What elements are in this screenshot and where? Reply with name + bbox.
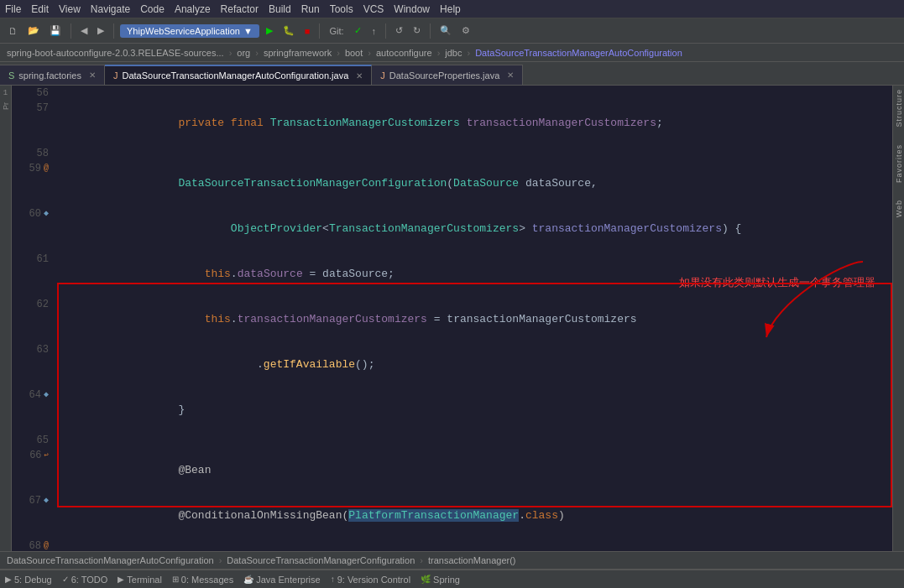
web-label[interactable]: Web (895, 200, 903, 217)
line-gutter-57: 57 (12, 101, 55, 116)
bc-sep6: › (468, 48, 471, 58)
git-check-btn[interactable]: ✓ (351, 23, 365, 38)
code-line-67: 67 ◆ @ConditionalOnMissingBean(PlatformT… (12, 493, 892, 539)
tab-bar: S spring.factories ✕ J DataSourceTransac… (0, 62, 904, 86)
tab-datasource-props[interactable]: J DataSourceProperties.java ✕ (372, 65, 523, 85)
menu-window[interactable]: Window (394, 3, 430, 15)
new-file-btn[interactable]: 🗋 (5, 24, 21, 38)
tab-datasource-props-label: DataSourceProperties.java (389, 70, 499, 81)
status-spring[interactable]: 🌿 Spring (421, 575, 460, 585)
forward-btn[interactable]: ▶ (94, 23, 107, 38)
toolbar-sep2 (113, 23, 114, 39)
line-gutter-59: 59 @ (12, 161, 55, 176)
code-line-64: 64 ◆ } (12, 388, 892, 433)
settings-btn[interactable]: ⚙ (458, 23, 473, 38)
tab-datasource-config-close[interactable]: ✕ (356, 71, 363, 81)
version-control-icon: ↑ (331, 575, 335, 584)
run-btn[interactable]: ▶ (263, 23, 276, 38)
code-line-63: 63 .getIfAvailable(); (12, 342, 892, 388)
git-label: Git: (326, 24, 347, 38)
bc-project[interactable]: spring-boot-autoconfigure-2.0.3.RELEASE-… (7, 48, 224, 58)
code-line-60: 60 ◆ ObjectProvider<TransactionManagerCu… (12, 206, 892, 252)
tab-datasource-props-close[interactable]: ✕ (507, 70, 514, 80)
menu-build[interactable]: Build (269, 3, 291, 15)
bottom-breadcrumb: DataSourceTransactionManagerAutoConfigur… (0, 551, 904, 570)
line-gutter-65: 65 (12, 433, 55, 448)
bottom-bc-sep1: › (219, 555, 222, 565)
bc-sep3: › (337, 48, 340, 58)
bottom-bc-method[interactable]: transactionManager() (428, 555, 516, 565)
status-terminal-label: Terminal (127, 575, 162, 585)
bc-sep4: › (368, 48, 371, 58)
line-code-61: this.dataSource = dataSource; (55, 252, 892, 297)
line-gutter-62: 62 (12, 297, 55, 312)
project-icon[interactable]: 1 (3, 89, 8, 97)
undo-btn[interactable]: ↺ (392, 23, 406, 38)
menu-code[interactable]: Code (140, 3, 165, 15)
line-gutter-66: 66 ↩ (12, 448, 55, 463)
back-btn[interactable]: ◀ (77, 23, 91, 38)
code-line-56: 56 (12, 86, 892, 101)
todo-icon: ✓ (62, 575, 69, 584)
gutter-annotation-68: @ (44, 539, 49, 551)
messages-icon: ⊞ (172, 575, 179, 584)
toolbar-sep5 (430, 23, 431, 39)
line-code-57: private final TransactionManagerCustomiz… (55, 101, 892, 146)
bc-sep2: › (255, 48, 259, 58)
gutter-bookmark-60: ◆ (44, 206, 49, 221)
status-todo[interactable]: ✓ 6: TODO (62, 575, 108, 585)
left-gutter-panel: 1 Pr (0, 86, 12, 551)
bc-springframework[interactable]: springframework (264, 48, 332, 58)
toolbar: 🗋 📂 💾 ◀ ▶ YhipWebServiceApplication ▼ ▶ … (0, 18, 904, 44)
menu-tools[interactable]: Tools (330, 3, 353, 15)
menu-file[interactable]: File (5, 3, 21, 15)
tab-datasource-props-icon: J (380, 70, 385, 81)
git-update-btn[interactable]: ↑ (368, 24, 380, 38)
bc-org[interactable]: org (237, 48, 250, 58)
bc-jdbc[interactable]: jdbc (445, 48, 462, 58)
redo-btn[interactable]: ↻ (410, 23, 424, 38)
favorites-label[interactable]: Favorites (895, 144, 903, 183)
bottom-bc-class[interactable]: DataSourceTransactionManagerAutoConfigur… (7, 555, 214, 565)
dropdown-chevron-icon: ▼ (243, 26, 253, 36)
menu-edit[interactable]: Edit (31, 3, 49, 15)
line-gutter-64: 64 ◆ (12, 388, 55, 403)
bottom-bc-inner-class[interactable]: DataSourceTransactionManagerConfiguratio… (227, 555, 415, 565)
menu-help[interactable]: Help (440, 3, 461, 15)
menu-refactor[interactable]: Refactor (221, 3, 259, 15)
status-debug[interactable]: ▶ 5: Debug (5, 575, 52, 585)
line-gutter-68: 68 @ (12, 539, 55, 551)
gutter-annotation-66: ↩ (44, 448, 49, 463)
menu-navigate[interactable]: Navigate (91, 3, 130, 15)
open-btn[interactable]: 📂 (24, 23, 43, 38)
bc-class[interactable]: DataSourceTransactionManagerAutoConfigur… (475, 48, 682, 58)
bc-boot[interactable]: boot (345, 48, 363, 58)
menu-run[interactable]: Run (301, 3, 320, 15)
search-btn[interactable]: 🔍 (436, 23, 455, 38)
code-line-65: 65 (12, 433, 892, 448)
run-config-dropdown[interactable]: YhipWebServiceApplication ▼ (120, 24, 259, 38)
status-spring-label: Spring (433, 575, 460, 585)
status-version-control[interactable]: ↑ 9: Version Control (331, 575, 410, 585)
status-messages[interactable]: ⊞ 0: Messages (172, 575, 233, 585)
structure-icon[interactable]: Pr (2, 102, 10, 110)
structure-label[interactable]: Structure (895, 89, 903, 127)
status-java-enterprise[interactable]: ☕ Java Enterprise (243, 575, 320, 585)
tab-spring-factories-close[interactable]: ✕ (89, 70, 96, 80)
line-code-59: DataSourceTransactionManagerConfiguratio… (55, 161, 892, 206)
menu-vcs[interactable]: VCS (363, 3, 384, 15)
line-code-63: .getIfAvailable(); (55, 342, 892, 388)
save-btn[interactable]: 💾 (46, 23, 65, 38)
menu-view[interactable]: View (59, 3, 81, 15)
bc-sep1: › (229, 48, 233, 58)
tab-spring-factories[interactable]: S spring.factories ✕ (0, 65, 105, 85)
bc-autoconfigure[interactable]: autoconfigure (376, 48, 432, 58)
status-terminal[interactable]: ▶ Terminal (118, 575, 162, 585)
tab-datasource-config[interactable]: J DataSourceTransactionManagerAutoConfig… (105, 65, 372, 85)
tab-datasource-config-icon: J (113, 70, 118, 81)
toolbar-sep3 (319, 23, 320, 39)
debug-btn[interactable]: 🐛 (280, 23, 298, 38)
code-editor[interactable]: 56 57 private final TransactionManagerCu… (12, 86, 892, 551)
stop-btn[interactable]: ■ (301, 24, 314, 38)
menu-analyze[interactable]: Analyze (175, 3, 211, 15)
